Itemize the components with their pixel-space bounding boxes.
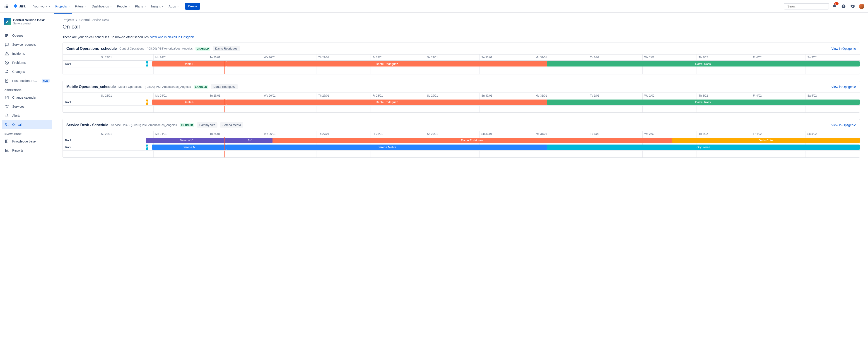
sidebar-item-services[interactable]: Services (2, 102, 52, 111)
schedule-bar[interactable]: Serena M. (152, 144, 227, 150)
day-header: Th 27/01 (316, 131, 371, 137)
schedule-tick[interactable]: C (146, 61, 148, 67)
schedule-tick[interactable]: O (146, 144, 148, 150)
schedule-meta: Central Operations · (-08:00) PST Americ… (119, 47, 192, 50)
sidebar-item-queues[interactable]: Queues (2, 31, 52, 40)
schedule-name: Mobile Operations_schedule (66, 85, 116, 89)
person-chip[interactable]: Dante Rodriguez (213, 46, 240, 51)
day-header: We 2/02 (642, 55, 697, 60)
main-content: Projects / Central Service Desk On-call … (54, 13, 868, 342)
schedule-bar[interactable]: Darla Cote (672, 138, 860, 143)
notifications-button[interactable]: 9+ (831, 3, 838, 10)
day-header: Tu 25/01 (208, 93, 262, 99)
schedule-card: Mobile Operations_schedule Mobile Operat… (63, 81, 860, 113)
schedule-bar[interactable]: SV (227, 138, 272, 143)
chevron-down-icon (161, 5, 164, 8)
nav-item-your-work[interactable]: Your work (31, 3, 53, 10)
sidebar-item-post-incident-re-[interactable]: Post-incident re...NEW (2, 76, 52, 85)
schedule-bar[interactable]: Darrel Rossi (547, 61, 860, 67)
sidebar-item-label: Services (12, 105, 50, 108)
person-chip[interactable]: Serena Mehta (220, 123, 243, 128)
sidebar-item-changes[interactable]: Changes (2, 67, 52, 76)
day-header: Tu 1/02 (588, 55, 642, 60)
bell-icon (4, 113, 9, 118)
day-header: Mo 31/01 (534, 131, 588, 137)
day-header: We 2/02 (642, 93, 697, 99)
view-in-opsgenie-link[interactable]: View in Opsgenie (831, 47, 856, 50)
day-header: Su 23/01 (99, 55, 153, 60)
settings-button[interactable] (849, 3, 856, 10)
svg-point-24 (5, 105, 6, 106)
schedule-tick[interactable]: D (146, 100, 148, 105)
schedule-bar[interactable]: Dante Rodriguez (273, 138, 672, 143)
sidebar-item-label: Queues (12, 34, 50, 37)
sidebar-item-label: Changes (12, 70, 50, 73)
day-header: Su 30/01 (479, 55, 534, 60)
sidebar-item-problems[interactable]: Problems (2, 58, 52, 67)
day-header: Mo 31/01 (534, 55, 588, 60)
timeline-corner (63, 131, 99, 137)
search-box[interactable] (784, 3, 829, 9)
view-in-opsgenie-link[interactable]: View in Opsgenie (831, 123, 856, 127)
app-switcher-icon[interactable] (3, 3, 10, 10)
schedule-bar[interactable]: Serena Mehta (227, 144, 547, 150)
schedule-bar[interactable]: Dante Rodriguez (227, 61, 547, 67)
nav-item-projects[interactable]: Projects (53, 3, 73, 10)
schedule-meta: Service Desk · (-08:00) PST America/Los_… (111, 123, 177, 127)
now-indicator (224, 106, 225, 112)
nav-item-insight[interactable]: Insight (149, 3, 166, 10)
notification-badge: 9+ (834, 2, 839, 5)
sidebar-item-label: Service requests (12, 43, 50, 46)
breadcrumb-current[interactable]: Central Service Desk (79, 18, 109, 22)
svg-point-4 (6, 6, 6, 6)
top-navigation: Jira Your workProjectsFiltersDashboardsP… (0, 0, 868, 13)
project-header[interactable]: Central Service Desk Service project (2, 17, 52, 29)
project-icon (4, 18, 11, 25)
chevron-down-icon (144, 5, 147, 8)
schedule-card: Service Desk - Schedule Service Desk · (… (63, 119, 860, 158)
day-header: Fr 28/01 (371, 93, 425, 99)
nav-items: Your workProjectsFiltersDashboardsPeople… (31, 3, 182, 10)
svg-point-7 (6, 7, 6, 8)
schedule-bar[interactable]: Sammy V. (146, 138, 227, 143)
schedule-bar[interactable]: Dante Rodriguez (227, 100, 547, 105)
day-header: We 26/01 (262, 93, 316, 99)
schedule-name: Central Operations_schedule (66, 46, 117, 51)
day-header: Su 23/01 (99, 131, 153, 137)
profile-button[interactable] (858, 3, 865, 10)
nav-item-plans[interactable]: Plans (133, 3, 149, 10)
sidebar-item-label: Reports (12, 148, 50, 152)
nav-item-apps[interactable]: Apps (166, 3, 182, 10)
opsgenie-link[interactable]: view who is on-call in Opsgenie (150, 35, 194, 39)
sidebar-item-change-calendar[interactable]: Change calendar (2, 93, 52, 102)
status-badge: ENABLED (180, 123, 194, 127)
sidebar-item-knowledge-base[interactable]: Knowledge base (2, 137, 52, 146)
sidebar-item-incidents[interactable]: Incidents (2, 49, 52, 58)
search-input[interactable] (787, 4, 827, 8)
create-button[interactable]: Create (185, 3, 200, 10)
help-button[interactable]: ? (840, 3, 847, 10)
jira-logo[interactable]: Jira (11, 4, 27, 9)
sidebar-item-service-requests[interactable]: Service requests (2, 40, 52, 49)
day-header: Fr 4/02 (751, 55, 805, 60)
schedule-card: Central Operations_schedule Central Oper… (63, 42, 860, 74)
svg-rect-12 (5, 35, 8, 36)
person-chip[interactable]: Sammy Vito (197, 123, 217, 128)
person-chip[interactable]: Dante Rodriguez (211, 84, 238, 89)
nav-item-people[interactable]: People (115, 3, 133, 10)
product-name: Jira (19, 4, 25, 8)
nav-item-filters[interactable]: Filters (73, 3, 90, 10)
view-in-opsgenie-link[interactable]: View in Opsgenie (831, 85, 856, 89)
schedule-bar[interactable]: Dante R. (152, 100, 227, 105)
sidebar-item-alerts[interactable]: Alerts (2, 111, 52, 120)
sidebar-item-on-call[interactable]: On-call (2, 120, 52, 129)
breadcrumb-root[interactable]: Projects (63, 18, 74, 22)
day-header: Su 30/01 (479, 131, 534, 137)
svg-rect-31 (8, 151, 9, 151)
nav-item-dashboards[interactable]: Dashboards (90, 3, 115, 10)
schedule-bar[interactable]: Darrel Rossi (547, 100, 860, 105)
rotation-label: Rot1 (63, 99, 99, 105)
schedule-bar[interactable]: Olly Perez (547, 144, 860, 150)
sidebar-item-reports[interactable]: Reports (2, 146, 52, 155)
schedule-bar[interactable]: Dante R. (152, 61, 227, 67)
